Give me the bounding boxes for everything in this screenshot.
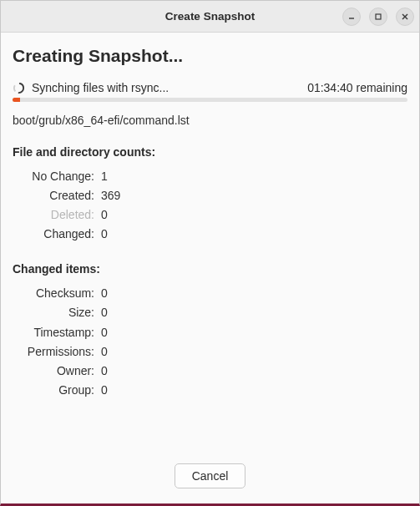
changed-value: 0 [101, 342, 108, 362]
counts-row: Changed:0 [16, 225, 407, 244]
changed-value: 0 [101, 303, 108, 322]
changed-row: Size:0 [16, 303, 407, 322]
window-controls [342, 8, 414, 26]
svg-point-4 [14, 83, 23, 92]
changed-value: 0 [101, 362, 108, 381]
maximize-icon [374, 13, 382, 21]
counts-title: File and directory counts: [13, 145, 407, 159]
counts-row: No Change:1 [16, 167, 407, 186]
changed-label: Group: [16, 381, 101, 400]
cancel-button[interactable]: Cancel [175, 463, 246, 488]
window-title: Create Snapshot [165, 10, 255, 23]
close-icon [401, 13, 409, 21]
counts-label: Changed: [16, 225, 101, 244]
counts-label: No Change: [16, 167, 101, 186]
changed-block: Checksum:0Size:0Timestamp:0Permissions:0… [16, 284, 407, 400]
minimize-icon [347, 13, 356, 21]
counts-row: Created:369 [16, 186, 407, 205]
minimize-button[interactable] [342, 8, 361, 26]
changed-row: Group:0 [16, 381, 407, 400]
close-button[interactable] [396, 8, 414, 26]
changed-row: Owner:0 [16, 362, 407, 381]
footer: Cancel [13, 452, 407, 503]
changed-value: 0 [101, 381, 108, 400]
changed-label: Checksum: [16, 284, 101, 303]
status-message: Synching files with rsync... [32, 81, 169, 94]
status-row: Synching files with rsync... 01:34:40 re… [13, 81, 407, 94]
changed-row: Checksum:0 [16, 284, 407, 303]
counts-value: 369 [101, 186, 120, 205]
changed-label: Timestamp: [16, 323, 101, 342]
spinner-icon [13, 82, 25, 94]
progress-bar [13, 98, 407, 102]
changed-value: 0 [101, 284, 108, 303]
counts-value: 0 [101, 225, 108, 244]
titlebar: Create Snapshot [1, 1, 419, 33]
changed-value: 0 [101, 323, 108, 342]
counts-row: Deleted:0 [16, 205, 407, 225]
changed-label: Owner: [16, 362, 101, 381]
page-heading: Creating Snapshot... [13, 46, 407, 66]
changed-row: Timestamp:0 [16, 323, 407, 342]
counts-label: Deleted: [16, 205, 101, 225]
progress-fill [13, 98, 20, 102]
counts-value: 1 [101, 167, 108, 186]
status-remaining: 01:34:40 remaining [307, 81, 407, 94]
current-file-path: boot/grub/x86_64-efi/command.lst [13, 114, 407, 127]
counts-value: 0 [101, 205, 108, 225]
counts-label: Created: [16, 186, 101, 205]
content-area: Creating Snapshot... Synching files with… [1, 33, 419, 503]
changed-label: Permissions: [16, 342, 101, 362]
changed-row: Permissions:0 [16, 342, 407, 362]
svg-rect-1 [376, 14, 381, 19]
status-left: Synching files with rsync... [13, 81, 169, 94]
changed-title: Changed items: [13, 262, 407, 276]
maximize-button[interactable] [369, 8, 387, 26]
counts-block: No Change:1Created:369Deleted:0Changed:0 [16, 167, 407, 244]
changed-label: Size: [16, 303, 101, 322]
